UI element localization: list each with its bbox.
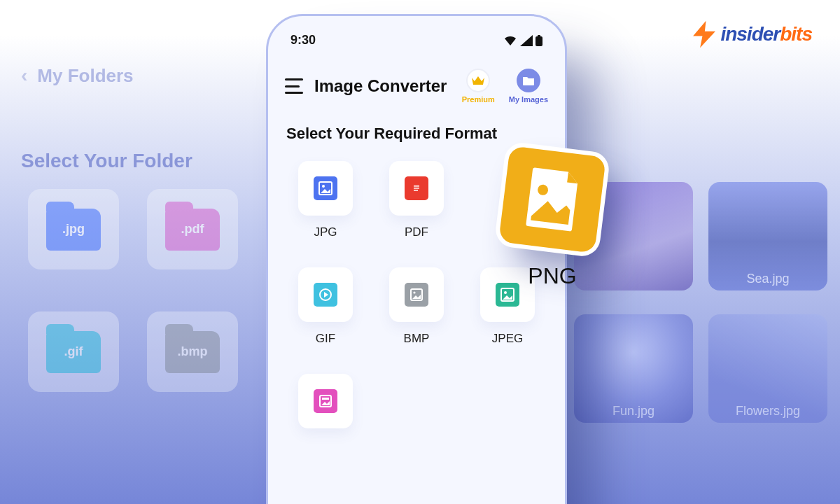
feature-format-card[interactable] — [493, 141, 610, 258]
format-label: GIF — [316, 332, 335, 346]
battery-icon — [536, 35, 542, 46]
format-tile-gif[interactable]: GIF — [288, 267, 363, 346]
brand-logo: insiderbits — [690, 20, 812, 49]
format-tile-jpg[interactable]: JPG — [288, 161, 363, 239]
folder-icon — [522, 76, 535, 85]
back-title: My Folders — [37, 65, 133, 87]
bolt-icon — [690, 20, 719, 49]
premium-button[interactable]: Premium — [462, 69, 495, 104]
app-bar: Image Converter Premium My Images — [268, 53, 565, 109]
folder-tile: .gif — [28, 312, 119, 392]
app-title: Image Converter — [314, 76, 447, 96]
svg-rect-8 — [414, 190, 418, 191]
svg-rect-16 — [322, 398, 329, 400]
image-icon — [515, 162, 590, 237]
format-label: JPEG — [492, 332, 523, 346]
crown-icon — [471, 75, 485, 86]
folder-icon: .pdf — [165, 209, 220, 251]
format-tile-bmp[interactable]: BMP — [379, 267, 454, 346]
svg-rect-6 — [414, 186, 419, 187]
svg-rect-2 — [538, 35, 540, 37]
svg-point-14 — [504, 291, 507, 294]
brand-text-1: insider — [720, 23, 780, 46]
my-images-label: My Images — [509, 95, 548, 104]
format-label: BMP — [404, 332, 430, 346]
status-time: 9:30 — [290, 33, 316, 48]
image-icon — [314, 389, 337, 413]
folder-icon: .jpg — [46, 209, 101, 251]
play-circle-icon — [314, 283, 337, 307]
svg-rect-1 — [536, 36, 542, 46]
brand-text-2: bits — [780, 23, 812, 46]
folder-tile: .jpg — [28, 189, 119, 270]
wifi-icon — [503, 35, 517, 46]
folder-tile: .bmp — [147, 312, 238, 392]
image-icon — [405, 283, 428, 307]
premium-label: Premium — [462, 95, 495, 104]
folder-tile: .pdf — [147, 189, 238, 270]
svg-point-4 — [322, 185, 325, 188]
folder-icon: .gif — [46, 331, 101, 373]
svg-point-12 — [413, 291, 415, 293]
gallery-thumb: Sea.jpg — [708, 182, 827, 290]
folders-section-title: Select Your Folder — [0, 87, 294, 189]
format-tile-webp[interactable]: WEBP — [288, 374, 363, 428]
svg-rect-7 — [414, 188, 419, 189]
format-label: JPG — [314, 225, 337, 239]
phone-frame: 9:30 Image Converter Premium My Images S… — [266, 14, 567, 504]
background-folders-screen: ‹ My Folders Select Your Folder .jpg .pd… — [0, 56, 294, 392]
feature-format-label: PNG — [500, 263, 605, 289]
status-bar: 9:30 — [268, 16, 565, 53]
document-icon — [405, 176, 428, 200]
format-label: PDF — [405, 225, 428, 239]
gallery-thumb: Fun.jpg — [574, 314, 693, 423]
back-header: ‹ My Folders — [0, 56, 294, 87]
gallery-thumb: Flowers.jpg — [708, 314, 827, 423]
svg-marker-0 — [693, 21, 715, 48]
background-gallery-screen: Sea.jpg Fun.jpg Flowers.jpg — [574, 182, 840, 423]
chevron-left-icon: ‹ — [21, 64, 27, 87]
signal-icon — [520, 35, 533, 46]
my-images-button[interactable]: My Images — [509, 69, 548, 104]
format-tile-pdf[interactable]: PDF — [379, 161, 454, 239]
menu-icon[interactable] — [285, 78, 303, 94]
svg-marker-10 — [324, 292, 328, 298]
image-icon — [314, 176, 337, 200]
status-icons — [503, 35, 542, 46]
folder-icon: .bmp — [165, 331, 220, 373]
